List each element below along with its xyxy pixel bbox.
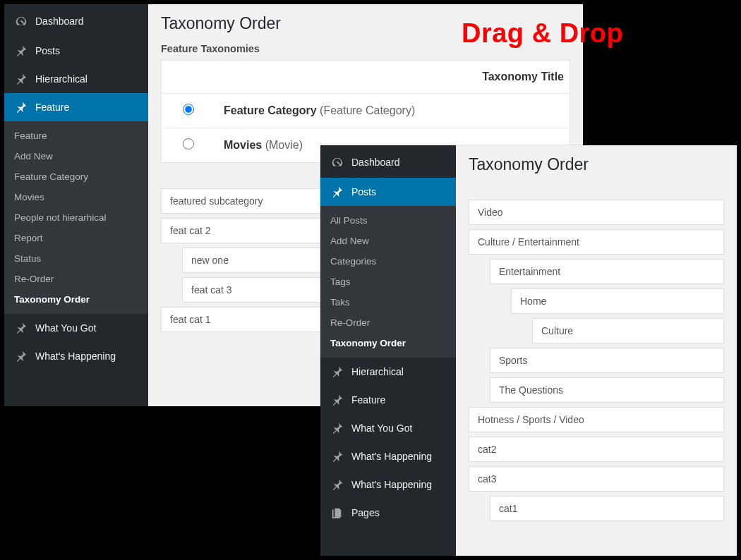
admin-sidebar: Dashboard Posts All Posts Add New Catego…	[320, 145, 456, 556]
menu-label: Dashboard	[351, 157, 400, 168]
sub-add-new[interactable]: Add New	[320, 231, 456, 251]
tax-label-main: Movies	[224, 139, 262, 151]
pin-icon	[14, 349, 28, 363]
sub-feature-category[interactable]: Feature Category	[4, 166, 148, 187]
sub-all-posts[interactable]: All Posts	[320, 210, 456, 231]
menu-label: What You Got	[351, 422, 412, 434]
sub-report[interactable]: Report	[4, 228, 148, 248]
pin-icon	[14, 100, 28, 114]
drag-item[interactable]: cat3	[469, 466, 724, 492]
pin-icon	[330, 421, 344, 435]
menu-whats-happening-2[interactable]: What's Happening	[320, 470, 456, 499]
tax-label-paren: (Feature Category)	[320, 104, 415, 116]
drag-item[interactable]: Entertainment	[490, 259, 724, 284]
menu-label: Hierarchical	[35, 73, 88, 85]
drag-item[interactable]: Video	[469, 200, 724, 225]
admin-sidebar: Dashboard Posts Hierarchical Feature Fea…	[4, 4, 148, 406]
content-area: Taxonomy Order Video Culture / Entertain…	[456, 145, 737, 556]
drag-item[interactable]: Hotness / Sports / Video	[469, 407, 724, 432]
pin-icon	[14, 321, 28, 335]
pin-icon	[330, 449, 344, 463]
table-header: Taxonomy Title	[162, 61, 570, 94]
dashboard-icon	[330, 155, 344, 169]
drag-item[interactable]: cat1	[490, 496, 724, 521]
drag-item[interactable]: Sports	[490, 348, 724, 373]
pin-icon	[330, 185, 344, 199]
submenu-posts: All Posts Add New Categories Tags Taks R…	[320, 206, 456, 358]
pin-icon	[330, 365, 344, 379]
drag-item[interactable]: cat2	[469, 437, 724, 462]
menu-label: What's Happening	[351, 479, 432, 490]
drag-item[interactable]: Culture	[532, 318, 724, 343]
sub-categories[interactable]: Categories	[320, 251, 456, 272]
taxonomy-radio[interactable]	[183, 104, 194, 115]
sub-tags[interactable]: Tags	[320, 272, 456, 292]
menu-hierarchical[interactable]: Hierarchical	[320, 358, 456, 386]
menu-label: Posts	[351, 186, 376, 197]
sub-reorder[interactable]: Re-Order	[320, 312, 456, 333]
sub-reorder[interactable]: Re-Order	[4, 269, 148, 289]
sub-status[interactable]: Status	[4, 248, 148, 269]
sub-add-new[interactable]: Add New	[4, 146, 148, 166]
overlay-title: Drag & Drop	[462, 18, 623, 49]
menu-feature[interactable]: Feature	[4, 93, 148, 121]
sub-taxonomy-order[interactable]: Taxonomy Order	[4, 289, 148, 310]
menu-pages[interactable]: Pages	[320, 499, 456, 527]
panel-posts-taxonomy: Dashboard Posts All Posts Add New Catego…	[320, 145, 737, 556]
menu-whats-happening[interactable]: What's Happening	[320, 442, 456, 470]
tax-label-main: Feature Category	[224, 104, 317, 116]
drag-item[interactable]: Culture / Entertainment	[469, 229, 724, 255]
table-row[interactable]: Feature Category (Feature Category)	[162, 94, 570, 128]
radio-wrapper	[183, 104, 224, 118]
submenu-feature: Feature Add New Feature Category Movies …	[4, 121, 148, 314]
drag-item[interactable]: The Questions	[490, 377, 724, 403]
menu-label: Posts	[35, 45, 60, 56]
radio-wrapper	[183, 138, 224, 152]
sub-people[interactable]: People not hierarhical	[4, 207, 148, 228]
menu-label: Feature	[35, 102, 69, 113]
pin-icon	[14, 72, 28, 86]
taxonomy-radio[interactable]	[183, 138, 194, 150]
menu-what-you-got[interactable]: What You Got	[4, 314, 148, 342]
menu-label: Pages	[351, 507, 380, 518]
sub-taks[interactable]: Taks	[320, 292, 456, 312]
menu-label: Hierarchical	[351, 366, 404, 377]
menu-posts[interactable]: Posts	[320, 178, 456, 206]
pin-icon	[330, 393, 344, 407]
menu-whats-happening[interactable]: What's Happening	[4, 342, 148, 370]
pages-icon	[330, 506, 344, 520]
menu-hierarchical[interactable]: Hierarchical	[4, 65, 148, 93]
pin-icon	[330, 477, 344, 492]
menu-label: What You Got	[35, 322, 96, 334]
menu-what-you-got[interactable]: What You Got	[320, 414, 456, 442]
page-title: Taxonomy Order	[469, 155, 724, 174]
sub-movies[interactable]: Movies	[4, 187, 148, 207]
menu-feature[interactable]: Feature	[320, 386, 456, 414]
pin-icon	[14, 44, 28, 58]
menu-dashboard[interactable]: Dashboard	[4, 4, 148, 37]
menu-label: What's Happening	[351, 451, 432, 462]
tax-label-paren: (Movie)	[265, 139, 303, 151]
menu-label: Dashboard	[35, 16, 84, 27]
drag-item[interactable]: Home	[511, 288, 724, 314]
menu-posts[interactable]: Posts	[4, 37, 148, 65]
dashboard-icon	[14, 14, 28, 28]
menu-dashboard[interactable]: Dashboard	[320, 145, 456, 178]
menu-label: Feature	[351, 394, 385, 406]
sub-feature[interactable]: Feature	[4, 126, 148, 146]
sub-taxonomy-order[interactable]: Taxonomy Order	[320, 333, 456, 353]
menu-label: What's Happening	[35, 351, 116, 362]
